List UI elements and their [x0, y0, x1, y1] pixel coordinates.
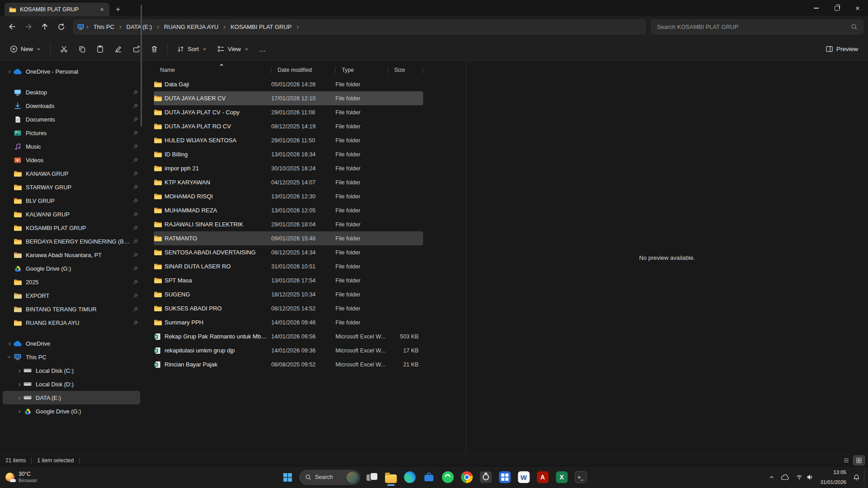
- forward-button[interactable]: [21, 19, 36, 34]
- chrome-icon[interactable]: [458, 468, 476, 486]
- chevron-right-icon[interactable]: ›: [117, 23, 124, 30]
- paste-button[interactable]: [91, 41, 108, 57]
- maximize-restore-button[interactable]: [826, 0, 847, 16]
- chevron-right-icon[interactable]: ›: [84, 23, 91, 30]
- breadcrumb-label[interactable]: RUANG KERJA AYU: [161, 22, 221, 32]
- chevron-right-icon[interactable]: ›: [221, 23, 228, 30]
- search-highlight-thumbnail[interactable]: [346, 472, 358, 483]
- sidebar-item[interactable]: › Music: [3, 140, 140, 153]
- breadcrumb-item[interactable]: DATA (E:) ›: [124, 22, 161, 32]
- column-header[interactable]: Date modified: [271, 64, 335, 76]
- copy-button[interactable]: [73, 41, 90, 57]
- breadcrumb-item[interactable]: RUANG KERJA AYU ›: [161, 22, 228, 32]
- breadcrumb-item[interactable]: This PC ›: [91, 22, 124, 32]
- acrobat-icon[interactable]: [533, 468, 552, 486]
- sidebar-item[interactable]: › BINTANG TERANG TIMUR: [3, 302, 140, 316]
- sidebar-item[interactable]: › Documents: [3, 113, 140, 126]
- sidebar-item[interactable]: › Google Drive (G:): [3, 404, 140, 418]
- table-row[interactable]: Rekap Grup Pak Ratmanto untuk Mba Sa... …: [154, 329, 423, 343]
- sidebar-item[interactable]: › OneDrive - Personal: [3, 65, 140, 78]
- table-row[interactable]: SUGENG 18/12/2025 10:34 File folder: [154, 287, 423, 301]
- network-volume-group[interactable]: [793, 468, 816, 486]
- table-row[interactable]: DUTA JAYA PLAT RO CV 08/12/2025 14:19 Fi…: [154, 119, 423, 133]
- sidebar-item[interactable]: › BLV GRUP: [3, 194, 140, 207]
- table-row[interactable]: SINAR DUTA LASER RO 31/01/2026 10:51 Fil…: [154, 259, 423, 273]
- edge-icon[interactable]: [401, 468, 419, 486]
- chevron-icon[interactable]: ›: [16, 394, 23, 401]
- sidebar-item[interactable]: › EXPORT: [3, 289, 140, 302]
- breadcrumb-label[interactable]: KOSAMBI PLAT GRUP: [228, 22, 294, 32]
- sidebar-item[interactable]: › KANAWA GRUP: [3, 167, 140, 180]
- sidebar-scrollbar[interactable]: [141, 5, 142, 127]
- sidebar-item[interactable]: › Pictures: [3, 126, 140, 140]
- table-row[interactable]: Summary PPH 14/01/2026 09:46 File folder: [154, 315, 423, 329]
- sidebar-item[interactable]: › OneDrive: [3, 337, 140, 350]
- sidebar-item[interactable]: › 2025: [3, 275, 140, 289]
- breadcrumb-label[interactable]: This PC: [91, 22, 117, 32]
- terminal-icon[interactable]: [571, 468, 590, 486]
- chevron-icon[interactable]: ›: [16, 408, 23, 414]
- table-row[interactable]: Rincian Bayar Pajak 08/08/2025 09:52 Mic…: [154, 357, 423, 371]
- office-icon[interactable]: [495, 468, 514, 486]
- sidebar-item[interactable]: › RUANG KERJA AYU: [3, 316, 140, 329]
- sidebar-item[interactable]: › DATA (E:): [3, 391, 140, 404]
- address-bar[interactable]: › This PC › DATA (E:) › RUANG KERJA AYU …: [73, 19, 646, 34]
- chevron-right-icon[interactable]: ›: [155, 23, 161, 30]
- breadcrumb-label[interactable]: DATA (E:): [124, 22, 155, 32]
- word-icon[interactable]: [514, 468, 533, 486]
- hidden-icons-chevron[interactable]: [765, 468, 778, 486]
- close-tab-icon[interactable]: ✕: [98, 6, 106, 13]
- camera-icon[interactable]: [476, 468, 495, 486]
- cut-button[interactable]: [55, 41, 72, 57]
- minimize-button[interactable]: [806, 0, 826, 16]
- sidebar-item[interactable]: › Google Drive (G:): [3, 262, 140, 275]
- excel-icon[interactable]: [552, 468, 571, 486]
- table-row[interactable]: DUTA JAYA LASER CV 17/01/2026 12:10 File…: [154, 91, 423, 105]
- sidebar-item[interactable]: › KALWANI GRUP: [3, 207, 140, 221]
- sidebar-item[interactable]: › This PC: [3, 350, 140, 364]
- sidebar-item[interactable]: › Local Disk (C:): [3, 364, 140, 377]
- notification-bell-icon[interactable]: [850, 468, 863, 486]
- table-row[interactable]: RATMANTO 09/01/2026 15:48 File folder: [154, 231, 423, 245]
- show-desktop-button[interactable]: [864, 468, 867, 486]
- table-row[interactable]: HULED WIJAYA SENTOSA 29/01/2026 11:50 Fi…: [154, 133, 423, 147]
- details-view-button[interactable]: [841, 456, 852, 465]
- sidebar-item[interactable]: › BERDAYA ENERGY ENGINERING (BEE) GRUP: [3, 235, 140, 248]
- chevron-right-icon[interactable]: ›: [294, 23, 301, 30]
- column-header[interactable]: Size: [388, 64, 423, 76]
- table-row[interactable]: Data Gaji 05/01/2026 14:26 File folder: [154, 77, 423, 91]
- taskbar-search[interactable]: Search: [299, 470, 360, 485]
- table-row[interactable]: MOHAMAD RISQI 13/01/2026 12:30 File fold…: [154, 189, 423, 203]
- sidebar-item[interactable]: › Desktop: [3, 85, 140, 99]
- view-button[interactable]: View: [212, 41, 254, 57]
- onedrive-tray-icon[interactable]: [778, 468, 793, 486]
- large-icons-view-button[interactable]: [854, 456, 864, 465]
- whatsapp-icon[interactable]: [439, 468, 457, 486]
- refresh-button[interactable]: [53, 19, 69, 34]
- share-button[interactable]: [127, 41, 145, 57]
- clock[interactable]: 13:05 31/01/2026: [816, 468, 850, 486]
- table-row[interactable]: SUKSES ABADI PRO 08/12/2025 14:52 File f…: [154, 301, 423, 315]
- start-button[interactable]: [278, 468, 297, 486]
- sort-button[interactable]: Sort: [172, 41, 212, 57]
- table-row[interactable]: RAJAWALI SINAR ELEKTRIK 29/01/2026 18:04…: [154, 217, 423, 231]
- sidebar-item[interactable]: › STARWAY GRUP: [3, 180, 140, 194]
- chevron-icon[interactable]: ›: [16, 367, 23, 374]
- explorer-tab[interactable]: KOSAMBI PLAT GRUP ✕: [5, 3, 109, 16]
- table-row[interactable]: MUHAMMAD REZA 13/01/2026 12:05 File fold…: [154, 203, 423, 217]
- new-button[interactable]: New: [5, 41, 46, 57]
- search-box[interactable]: Search KOSAMBI PLAT GRUP: [651, 19, 863, 34]
- table-row[interactable]: impor pph 21 30/10/2025 16:24 File folde…: [154, 161, 423, 175]
- table-row[interactable]: DUTA JAYA PLAT CV - Copy 29/01/2026 11:0…: [154, 105, 423, 119]
- breadcrumb-item[interactable]: KOSAMBI PLAT GRUP ›: [228, 22, 301, 32]
- sidebar-item[interactable]: › KOSAMBI PLAT GRUP: [3, 221, 140, 235]
- chevron-icon[interactable]: ›: [6, 68, 13, 75]
- chevron-icon[interactable]: ›: [16, 381, 23, 387]
- preview-toggle-button[interactable]: Preview: [821, 41, 863, 57]
- sidebar-item[interactable]: › Downloads: [3, 99, 140, 113]
- chevron-icon[interactable]: ›: [6, 354, 13, 360]
- column-header[interactable]: Name: [154, 64, 271, 76]
- close-button[interactable]: ✕: [847, 0, 868, 16]
- table-row[interactable]: SENTOSA ABADI ADVERTAISING 08/12/2025 14…: [154, 245, 423, 259]
- table-row[interactable]: SPT Masa 13/01/2026 17:54 File folder: [154, 273, 423, 287]
